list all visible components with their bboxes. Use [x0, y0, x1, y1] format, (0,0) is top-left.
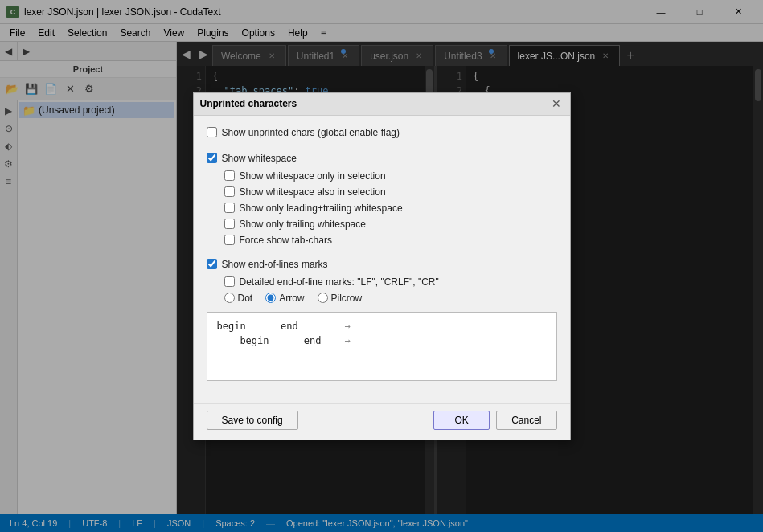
label-show-eol[interactable]: Show end-of-lines marks [222, 259, 328, 270]
dialog-titlebar: Unprinted characters ✕ [194, 93, 570, 116]
checkbox-show-whitespace[interactable] [207, 153, 217, 163]
eol-sub-options: Detailed end-of-line marks: "LF", "CRLF"… [224, 276, 557, 288]
end-arrow-2: → [344, 335, 350, 346]
checkbox-ws-only-selection[interactable] [224, 170, 235, 181]
checkbox-ws-trailing[interactable] [224, 219, 235, 229]
radio-label-dot[interactable]: Dot [238, 293, 253, 304]
radio-input-dot[interactable] [224, 293, 235, 303]
row-show-whitespace: Show whitespace [207, 153, 557, 164]
dialog-title: Unprinted characters [200, 98, 549, 109]
label-ws-trailing: Show only trailing whitespace [240, 219, 366, 230]
checkbox-show-unprinted[interactable] [207, 127, 217, 137]
row-show-unprinted: Show unprinted chars (global enable flag… [207, 127, 557, 138]
checkbox-eol-detailed[interactable] [224, 276, 235, 287]
checkbox-ws-leading-trailing[interactable] [224, 203, 235, 213]
row-ws-only-selection: Show whitespace only in selection [224, 170, 557, 182]
end-arrow-1: → [344, 321, 350, 332]
radio-input-arrow[interactable] [265, 293, 276, 303]
save-config-button[interactable]: Save to config [207, 411, 298, 430]
row-ws-leading-trailing: Show only leading+trailing whitespace [224, 203, 557, 214]
dialog-body: Show unprinted chars (global enable flag… [194, 116, 570, 403]
preview-line-2: begin end → [217, 334, 547, 348]
label-show-unprinted[interactable]: Show unprinted chars (global enable flag… [222, 127, 400, 138]
checkbox-show-eol[interactable] [207, 259, 217, 269]
dialog-footer: Save to config OK Cancel [194, 403, 570, 440]
radio-label-arrow[interactable]: Arrow [279, 293, 304, 304]
radio-input-pilcrow[interactable] [318, 293, 328, 303]
radio-label-pilcrow[interactable]: Pilcrow [331, 293, 363, 304]
label-eol-detailed: Detailed end-of-line marks: "LF", "CRLF"… [240, 276, 439, 288]
row-show-eol: Show end-of-lines marks [207, 259, 557, 270]
ok-button[interactable]: OK [433, 411, 490, 430]
cancel-button[interactable]: Cancel [496, 411, 556, 430]
row-ws-trailing: Show only trailing whitespace [224, 219, 557, 230]
preview-line-1: begin end → [217, 319, 547, 334]
eol-radio-group: Dot Arrow Pilcrow [224, 293, 557, 304]
label-ws-tab-chars: Force show tab-chars [240, 235, 332, 246]
checkbox-ws-tab-chars[interactable] [224, 235, 235, 245]
label-ws-also-selection: Show whitespace also in selection [240, 186, 386, 198]
dialog-unprinted: Unprinted characters ✕ Show unprinted ch… [193, 92, 571, 440]
label-ws-only-selection: Show whitespace only in selection [240, 170, 386, 182]
radio-pilcrow: Pilcrow [318, 293, 363, 304]
dialog-close-button[interactable]: ✕ [549, 96, 564, 111]
row-ws-also-selection: Show whitespace also in selection [224, 186, 557, 198]
checkbox-ws-also-selection[interactable] [224, 186, 235, 197]
row-ws-tab-chars: Force show tab-chars [224, 235, 557, 246]
radio-dot: Dot [224, 293, 253, 304]
label-show-whitespace[interactable]: Show whitespace [222, 153, 297, 164]
row-eol-detailed: Detailed end-of-line marks: "LF", "CRLF"… [224, 276, 557, 288]
radio-arrow: Arrow [265, 293, 304, 304]
label-ws-leading-trailing: Show only leading+trailing whitespace [240, 203, 403, 214]
whitespace-sub-options: Show whitespace only in selection Show w… [224, 170, 557, 246]
dialog-overlay: Unprinted characters ✕ Show unprinted ch… [0, 0, 763, 532]
preview-box: begin end → begin end → [207, 312, 557, 381]
